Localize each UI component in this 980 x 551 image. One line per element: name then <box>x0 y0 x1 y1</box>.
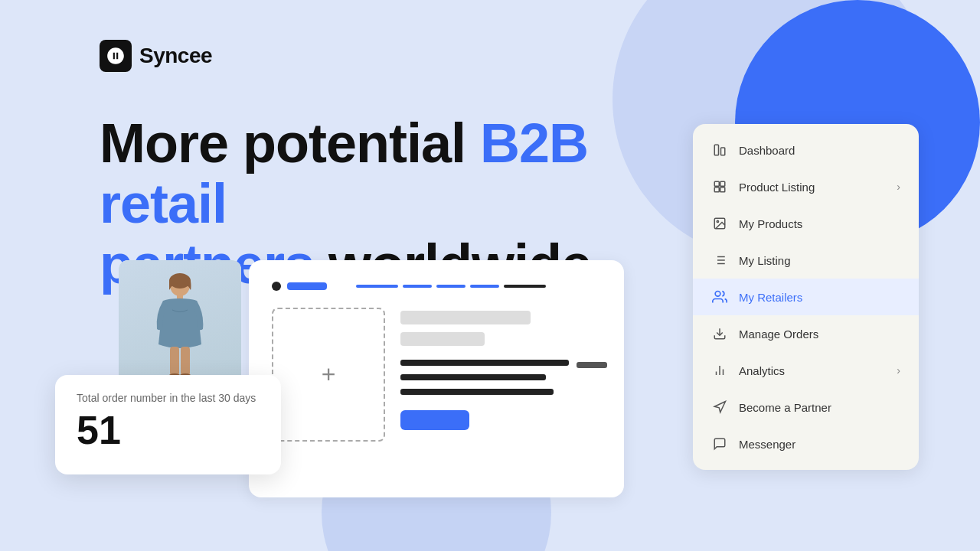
users-icon <box>711 289 728 305</box>
sidebar-item-my-products[interactable]: My Products <box>693 205 919 242</box>
sidebar-item-my-listing[interactable]: My Listing <box>693 242 919 279</box>
svg-point-21 <box>715 292 720 297</box>
sidebar-item-analytics[interactable]: Analytics › <box>693 352 919 389</box>
text-lines <box>400 360 607 399</box>
grid-icon <box>711 178 728 195</box>
stats-number: 51 <box>77 410 260 450</box>
upload-plus-icon: + <box>322 360 336 389</box>
svg-rect-10 <box>720 181 725 186</box>
text-line-1 <box>400 360 569 366</box>
sidebar-menu: Dashboard Product Listing › <box>693 124 919 470</box>
megaphone-icon <box>711 399 728 416</box>
sidebar-label-my-retailers: My Retailers <box>739 291 802 304</box>
text-line-row-2 <box>400 374 607 385</box>
dash-right <box>400 308 607 442</box>
dash-top-bar <box>272 282 601 291</box>
sidebar-item-dashboard[interactable]: Dashboard <box>693 132 919 168</box>
dash-content: + <box>272 308 601 442</box>
svg-rect-8 <box>721 148 725 155</box>
svg-rect-9 <box>714 181 719 186</box>
content-block-large <box>400 311 531 324</box>
product-card <box>119 260 241 394</box>
sidebar-item-manage-orders[interactable]: Manage Orders <box>693 315 919 352</box>
sidebar-item-messenger[interactable]: Messenger <box>693 425 919 462</box>
text-line-row-1 <box>400 360 607 370</box>
headline-line1: More potential B2B retail <box>100 112 588 234</box>
product-card-inner <box>119 260 241 394</box>
sidebar-item-become-partner[interactable]: Become a Partner <box>693 389 919 425</box>
chevron-right-icon-product: › <box>897 181 900 193</box>
logo-icon <box>100 40 132 72</box>
sidebar-label-messenger: Messenger <box>739 438 795 451</box>
logo[interactable]: Syncee <box>100 40 212 72</box>
sidebar-label-analytics: Analytics <box>739 364 785 377</box>
dash-line-2 <box>403 285 432 288</box>
stats-card: Total order number in the last 30 days 5… <box>55 375 281 474</box>
text-line-3 <box>400 389 554 395</box>
svg-rect-12 <box>720 187 725 192</box>
svg-rect-4 <box>181 347 190 376</box>
svg-rect-7 <box>714 145 718 155</box>
dash-action-button[interactable] <box>400 410 469 430</box>
logo-svg <box>106 46 126 66</box>
sidebar-label-manage-orders: Manage Orders <box>739 328 818 341</box>
dash-blue-bar <box>287 282 327 290</box>
text-line-row-3 <box>400 389 607 399</box>
download-icon <box>711 325 728 342</box>
text-tag-1 <box>577 362 607 368</box>
logo-name: Syncee <box>139 44 212 68</box>
stats-label: Total order number in the last 30 days <box>77 392 260 404</box>
message-icon <box>711 435 728 452</box>
sidebar-label-my-products: My Products <box>739 217 802 230</box>
dashboard-card: + <box>249 260 624 497</box>
sidebar-item-product-listing[interactable]: Product Listing › <box>693 168 919 205</box>
sidebar-label-product-listing: Product Listing <box>739 181 815 194</box>
sidebar-item-my-retailers[interactable]: My Retailers <box>693 279 919 315</box>
person-figure <box>142 272 218 383</box>
content-block-medium <box>400 332 485 346</box>
analytics-icon <box>711 362 728 379</box>
upload-area[interactable]: + <box>272 308 385 442</box>
dash-line-1 <box>356 285 398 288</box>
chart-bar-icon <box>711 142 728 158</box>
sidebar-label-dashboard: Dashboard <box>739 144 795 157</box>
sidebar-label-become-partner: Become a Partner <box>739 401 831 414</box>
chevron-right-icon-analytics: › <box>897 364 900 377</box>
dash-line-5 <box>504 285 546 288</box>
image-icon <box>711 215 728 232</box>
svg-point-14 <box>717 220 718 222</box>
svg-rect-3 <box>170 347 179 376</box>
dash-dot <box>272 282 281 291</box>
dash-line-4 <box>470 285 499 288</box>
dash-line-3 <box>436 285 466 288</box>
svg-rect-11 <box>714 187 719 192</box>
sidebar-label-my-listing: My Listing <box>739 254 791 267</box>
dash-lines <box>356 285 546 288</box>
main-content: Syncee More potential B2B retail partner… <box>0 0 980 551</box>
list-icon <box>711 252 728 269</box>
text-line-2 <box>400 374 546 380</box>
headline-blue1: B2B retail <box>100 112 588 234</box>
